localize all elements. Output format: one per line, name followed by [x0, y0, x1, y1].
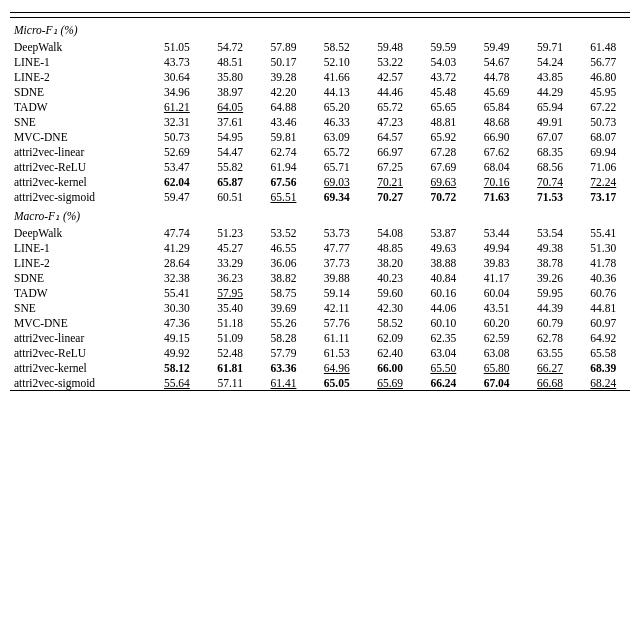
cell-value: 58.52 [363, 315, 416, 330]
cell-value: 43.51 [470, 300, 523, 315]
table-row: attri2vec-linear49.1551.0958.2861.1162.0… [10, 330, 630, 345]
cell-value: 49.91 [523, 114, 576, 129]
cell-value: 50.17 [257, 54, 310, 69]
cell-value: 65.84 [470, 99, 523, 114]
table-row: LINE-143.7348.5150.1752.1053.2254.0354.6… [10, 54, 630, 69]
cell-value: 61.11 [310, 330, 363, 345]
cell-value: 54.95 [204, 129, 257, 144]
table-row: attri2vec-sigmoid59.4760.5165.5169.3470.… [10, 189, 630, 204]
cell-value: 66.27 [523, 360, 576, 375]
cell-value: 54.24 [523, 54, 576, 69]
cell-value: 57.79 [257, 345, 310, 360]
cell-value: 43.73 [150, 54, 203, 69]
cell-value: 69.63 [417, 174, 470, 189]
cell-value: 65.50 [417, 360, 470, 375]
cell-value: 64.92 [577, 330, 630, 345]
cell-value: 64.57 [363, 129, 416, 144]
cell-value: 69.34 [310, 189, 363, 204]
cell-value: 65.94 [523, 99, 576, 114]
cell-value: 67.28 [417, 144, 470, 159]
row-label: TADW [10, 99, 150, 114]
cell-value: 65.72 [310, 144, 363, 159]
table-row: MVC-DNE47.3651.1855.2657.7658.5260.1060.… [10, 315, 630, 330]
cell-value: 56.77 [577, 54, 630, 69]
row-label: LINE-1 [10, 240, 150, 255]
cell-value: 65.71 [310, 159, 363, 174]
row-label: attri2vec-kernel [10, 360, 150, 375]
cell-value: 42.30 [363, 300, 416, 315]
cell-value: 64.96 [310, 360, 363, 375]
cell-value: 59.14 [310, 285, 363, 300]
cell-value: 38.82 [257, 270, 310, 285]
cell-value: 60.76 [577, 285, 630, 300]
row-label: LINE-2 [10, 69, 150, 84]
cell-value: 63.55 [523, 345, 576, 360]
cell-value: 73.17 [577, 189, 630, 204]
cell-value: 66.24 [417, 375, 470, 391]
cell-value: 71.53 [523, 189, 576, 204]
cell-value: 51.30 [577, 240, 630, 255]
cell-value: 54.72 [204, 39, 257, 54]
table-row: SDNE34.9638.9742.2044.1344.4645.4845.694… [10, 84, 630, 99]
cell-value: 67.22 [577, 99, 630, 114]
cell-value: 57.11 [204, 375, 257, 391]
cell-value: 67.25 [363, 159, 416, 174]
cell-value: 54.67 [470, 54, 523, 69]
row-label: LINE-2 [10, 255, 150, 270]
cell-value: 59.60 [363, 285, 416, 300]
cell-value: 61.48 [577, 39, 630, 54]
cell-value: 65.20 [310, 99, 363, 114]
cell-value: 48.68 [470, 114, 523, 129]
cell-value: 49.94 [470, 240, 523, 255]
row-label: attri2vec-sigmoid [10, 189, 150, 204]
cell-value: 51.09 [204, 330, 257, 345]
cell-value: 42.57 [363, 69, 416, 84]
row-label: SNE [10, 114, 150, 129]
table-row: DeepWalk47.7451.2353.5253.7354.0853.8753… [10, 225, 630, 240]
cell-value: 67.07 [523, 129, 576, 144]
table-row: attri2vec-linear52.6954.4762.7465.7266.9… [10, 144, 630, 159]
cell-value: 57.95 [204, 285, 257, 300]
cell-value: 46.33 [310, 114, 363, 129]
cell-value: 60.51 [204, 189, 257, 204]
cell-value: 55.41 [150, 285, 203, 300]
cell-value: 40.36 [577, 270, 630, 285]
cell-value: 62.74 [257, 144, 310, 159]
cell-value: 71.06 [577, 159, 630, 174]
cell-value: 55.82 [204, 159, 257, 174]
cell-value: 68.56 [523, 159, 576, 174]
cell-value: 40.84 [417, 270, 470, 285]
cell-value: 63.08 [470, 345, 523, 360]
cell-value: 53.52 [257, 225, 310, 240]
row-label: MVC-DNE [10, 129, 150, 144]
cell-value: 48.51 [204, 54, 257, 69]
cell-value: 63.09 [310, 129, 363, 144]
cell-value: 60.10 [417, 315, 470, 330]
cell-value: 65.80 [470, 360, 523, 375]
cell-value: 60.20 [470, 315, 523, 330]
cell-value: 52.69 [150, 144, 203, 159]
cell-value: 42.20 [257, 84, 310, 99]
cell-value: 66.90 [470, 129, 523, 144]
cell-value: 37.73 [310, 255, 363, 270]
cell-value: 59.47 [150, 189, 203, 204]
row-label: DeepWalk [10, 39, 150, 54]
cell-value: 58.28 [257, 330, 310, 345]
cell-value: 50.73 [577, 114, 630, 129]
cell-value: 57.76 [310, 315, 363, 330]
row-label: attri2vec-linear [10, 330, 150, 345]
cell-value: 66.97 [363, 144, 416, 159]
cell-value: 47.74 [150, 225, 203, 240]
cell-value: 49.38 [523, 240, 576, 255]
row-label: SDNE [10, 84, 150, 99]
row-label: TADW [10, 285, 150, 300]
row-label: SNE [10, 300, 150, 315]
cell-value: 59.49 [470, 39, 523, 54]
cell-value: 38.20 [363, 255, 416, 270]
cell-value: 46.80 [577, 69, 630, 84]
cell-value: 44.06 [417, 300, 470, 315]
cell-value: 45.27 [204, 240, 257, 255]
cell-value: 70.27 [363, 189, 416, 204]
cell-value: 38.97 [204, 84, 257, 99]
table-row: attri2vec-kernel58.1261.8163.3664.9666.0… [10, 360, 630, 375]
